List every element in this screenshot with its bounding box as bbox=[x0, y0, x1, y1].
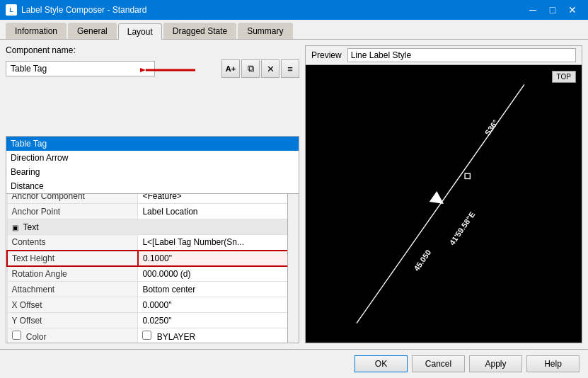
toolbar-buttons: A+ ⧉ ✕ ≡ bbox=[221, 59, 299, 78]
component-select-row: Table Tag Direction Arrow Bearing Distan… bbox=[6, 59, 299, 78]
preview-svg: S36° 41'59.58"E 45.050 bbox=[306, 65, 582, 343]
prop-value-attachment[interactable]: Bottom center bbox=[138, 282, 298, 297]
svg-text:S36°: S36° bbox=[483, 118, 500, 137]
table-row-text-height: Text Height 0.1000" bbox=[7, 251, 298, 266]
maximize-button[interactable]: □ bbox=[543, 3, 563, 17]
prop-value-text-height[interactable]: 0.1000" bbox=[138, 251, 298, 266]
section-header-text: ▣ Text bbox=[7, 219, 298, 235]
content-area: Component name: Table Tag Direction Arro… bbox=[0, 40, 588, 349]
more-options-button[interactable]: ≡ bbox=[281, 59, 299, 78]
prop-value-rotation-angle[interactable]: 000.0000 (d) bbox=[138, 266, 298, 282]
dropdown-item-direction-arrow[interactable]: Direction Arrow bbox=[6, 151, 299, 165]
prop-name-x-offset: X Offset bbox=[7, 297, 138, 313]
preview-style-select[interactable]: Line Label Style bbox=[347, 48, 576, 62]
preview-label: Preview bbox=[311, 50, 342, 60]
svg-text:45.050: 45.050 bbox=[412, 248, 432, 273]
dropdown-item-bearing[interactable]: Bearing bbox=[6, 165, 299, 179]
tab-summary[interactable]: Summary bbox=[238, 23, 292, 39]
left-panel: Component name: Table Tag Direction Arro… bbox=[6, 45, 299, 343]
component-select[interactable]: Table Tag Direction Arrow Bearing Distan… bbox=[6, 61, 155, 76]
dropdown-list: Table Tag Direction Arrow Bearing Distan… bbox=[6, 136, 299, 194]
table-row: Anchor Point Label Location bbox=[7, 204, 298, 219]
apply-button[interactable]: Apply bbox=[469, 355, 522, 372]
title-bar: L Label Style Composer - Standard ─ □ ✕ bbox=[0, 0, 588, 20]
prop-name-y-offset: Y Offset bbox=[7, 313, 138, 328]
add-component-button[interactable]: A+ bbox=[221, 59, 240, 78]
color-checkbox[interactable] bbox=[12, 331, 21, 340]
dropdown-open-area: Table Tag Direction Arrow Bearing Distan… bbox=[6, 78, 299, 136]
prop-name-contents: Contents bbox=[7, 235, 138, 251]
table-row: Y Offset 0.0250" bbox=[7, 313, 298, 328]
tab-layout[interactable]: Layout bbox=[118, 23, 162, 40]
section-label-text: ▣ Text bbox=[7, 219, 298, 235]
svg-text:41'59.58"E: 41'59.58"E bbox=[447, 210, 476, 247]
close-button[interactable]: ✕ bbox=[563, 3, 582, 17]
color-value-checkbox[interactable] bbox=[142, 331, 151, 340]
tab-general[interactable]: General bbox=[68, 23, 117, 39]
prop-name-text-height: Text Height bbox=[7, 251, 138, 266]
title-text: Label Style Composer - Standard bbox=[21, 5, 146, 15]
dialog: Information General Layout Dragged State… bbox=[0, 20, 588, 378]
prop-name-color: Color bbox=[7, 328, 138, 344]
component-name-label: Component name: bbox=[6, 45, 299, 55]
dropdown-item-distance[interactable]: Distance bbox=[6, 179, 299, 193]
cancel-button[interactable]: Cancel bbox=[412, 355, 465, 372]
table-row: Attachment Bottom center bbox=[7, 282, 298, 297]
prop-name-rotation-angle: Rotation Angle bbox=[7, 266, 138, 282]
bottom-bar: OK Cancel Apply Help bbox=[0, 349, 588, 378]
minimize-button[interactable]: ─ bbox=[523, 3, 543, 17]
svg-rect-5 bbox=[465, 173, 470, 178]
red-arrow-icon bbox=[140, 62, 197, 78]
right-panel: Preview Line Label Style TOP S36° bbox=[305, 45, 582, 343]
ok-button[interactable]: OK bbox=[354, 355, 408, 372]
prop-value-color[interactable]: BYLAYER bbox=[138, 328, 298, 344]
dropdown-item-table-tag[interactable]: Table Tag bbox=[6, 137, 299, 151]
delete-component-button[interactable]: ✕ bbox=[261, 59, 279, 78]
preview-canvas: TOP S36° 41'59.58"E 45.050 bbox=[306, 65, 582, 343]
preview-top-button[interactable]: TOP bbox=[552, 71, 576, 83]
prop-value-y-offset[interactable]: 0.0250" bbox=[138, 313, 298, 328]
app-icon: L bbox=[6, 4, 17, 16]
prop-value-contents[interactable]: L<[Label Tag Number(Sn... bbox=[138, 235, 298, 251]
component-select-wrapper: Table Tag Direction Arrow Bearing Distan… bbox=[6, 61, 155, 76]
preview-header: Preview Line Label Style bbox=[306, 46, 582, 65]
table-row: Contents L<[Label Tag Number(Sn... bbox=[7, 235, 298, 251]
tab-bar: Information General Layout Dragged State… bbox=[0, 20, 588, 40]
prop-value-anchor-point[interactable]: Label Location bbox=[138, 204, 298, 219]
collapse-toggle-text[interactable]: ▣ bbox=[12, 224, 18, 231]
prop-name-anchor-point: Anchor Point bbox=[7, 204, 138, 219]
table-row: Color BYLAYER bbox=[7, 328, 298, 344]
tab-dragged-state[interactable]: Dragged State bbox=[163, 23, 236, 39]
title-buttons: ─ □ ✕ bbox=[523, 3, 582, 17]
table-row: Rotation Angle 000.0000 (d) bbox=[7, 266, 298, 282]
copy-component-button[interactable]: ⧉ bbox=[241, 59, 260, 78]
help-button[interactable]: Help bbox=[526, 355, 580, 372]
tab-information[interactable]: Information bbox=[6, 23, 67, 39]
prop-value-x-offset[interactable]: 0.0000" bbox=[138, 297, 298, 313]
table-row: X Offset 0.0000" bbox=[7, 297, 298, 313]
prop-name-attachment: Attachment bbox=[7, 282, 138, 297]
svg-line-2 bbox=[357, 84, 524, 323]
